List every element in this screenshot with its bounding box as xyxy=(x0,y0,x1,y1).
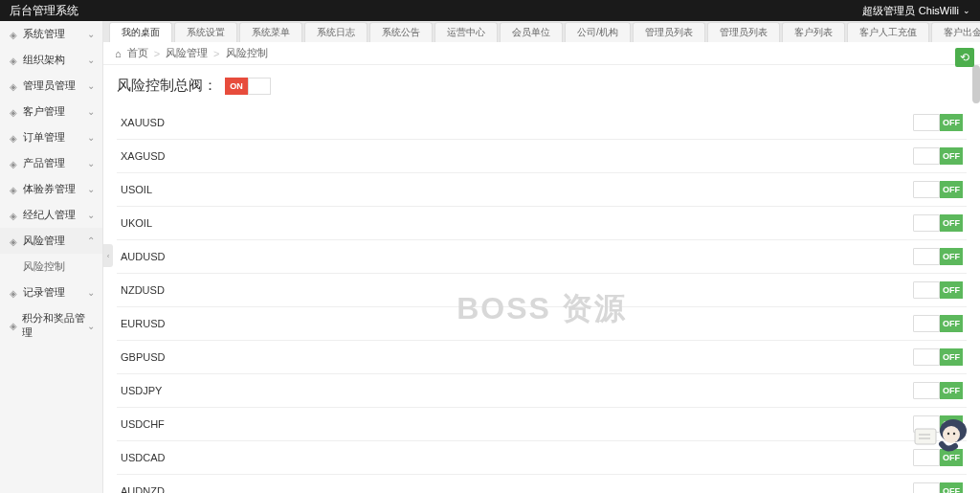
sidebar-item-3[interactable]: ◈客户管理⌄ xyxy=(0,99,102,124)
switch-off-label: OFF xyxy=(940,382,963,399)
row-switch[interactable]: OFF xyxy=(913,348,963,366)
tab-8[interactable]: 管理员列表 xyxy=(633,22,705,42)
symbol-row: XAGUSDOFF xyxy=(117,140,967,173)
content-area: BOSS 资源 风险控制总阀： ON XAUUSDOFFXAGUSDOFFUSO… xyxy=(103,65,980,493)
menu-icon: ◈ xyxy=(10,236,19,246)
breadcrumb-l1[interactable]: 风险管理 xyxy=(166,46,208,60)
sidebar-item-9[interactable]: ◈记录管理⌄ xyxy=(0,280,102,305)
tab-4[interactable]: 系统公告 xyxy=(369,22,433,42)
user-role: 超级管理员 xyxy=(862,4,915,18)
symbol-row: USDCADOFF xyxy=(117,441,967,475)
row-switch[interactable]: OFF xyxy=(913,114,963,131)
chevron-down-icon: ⌄ xyxy=(87,184,95,194)
symbol-row: UKOILOFF xyxy=(117,207,967,240)
symbol-row: USDJPYOFF xyxy=(117,374,967,408)
symbol-name: AUDUSD xyxy=(121,251,165,262)
master-switch-row: 风险控制总阀： ON xyxy=(117,77,967,95)
symbol-row: USDCHFOFF xyxy=(117,408,967,441)
user-name: ChisWilli xyxy=(919,5,959,16)
sidebar-item-1[interactable]: ◈组织架构⌄ xyxy=(0,47,102,73)
tab-6[interactable]: 会员单位 xyxy=(500,22,563,42)
symbol-name: GBPUSD xyxy=(121,351,165,363)
sidebar-item-0[interactable]: ◈系统管理⌄ xyxy=(0,21,102,47)
tab-2[interactable]: 系统菜单 xyxy=(239,22,302,42)
row-switch[interactable]: OFF xyxy=(913,147,963,165)
sidebar-item-6[interactable]: ◈体验券管理⌄ xyxy=(0,176,102,202)
row-switch[interactable]: OFF xyxy=(913,248,963,265)
refresh-button[interactable]: ⟲ xyxy=(955,48,974,67)
tab-scroll-controls: ‹ › xyxy=(948,25,957,35)
sidebar-item-label: 客户管理 xyxy=(23,104,65,119)
menu-icon: ◈ xyxy=(10,56,19,65)
row-switch[interactable]: OFF xyxy=(913,415,963,433)
sidebar-item-label: 风险管理 xyxy=(23,234,65,248)
chevron-down-icon: ⌄ xyxy=(87,132,95,143)
tab-10[interactable]: 客户列表 xyxy=(782,22,845,42)
sidebar-item-label: 经纪人管理 xyxy=(23,208,76,222)
sidebar-item-label: 体验券管理 xyxy=(23,182,76,196)
tab-scroll-right-icon[interactable]: › xyxy=(954,25,957,35)
home-icon: ⌂ xyxy=(115,48,122,59)
tab-11[interactable]: 客户人工充值 xyxy=(847,22,929,42)
chevron-down-icon: ⌄ xyxy=(87,158,95,168)
sidebar-collapse-handle[interactable]: ‹ xyxy=(103,244,113,267)
sidebar-item-4[interactable]: ◈订单管理⌄ xyxy=(0,124,102,150)
symbol-row: USOILOFF xyxy=(117,173,967,207)
main-panel: 我的桌面系统设置系统菜单系统日志系统公告运营中心会员单位公司/机构管理员列表管理… xyxy=(103,21,980,493)
sidebar-item-7[interactable]: ◈经纪人管理⌄ xyxy=(0,202,102,228)
symbol-name: UKOIL xyxy=(121,217,152,229)
sidebar-subitem[interactable]: 风险控制 xyxy=(0,254,102,280)
sidebar-item-label: 管理员管理 xyxy=(23,78,76,93)
tab-3[interactable]: 系统日志 xyxy=(304,22,368,42)
tab-7[interactable]: 公司/机构 xyxy=(565,22,631,42)
chevron-up-icon: ⌃ xyxy=(87,235,95,246)
menu-icon: ◈ xyxy=(10,107,19,117)
row-switch[interactable]: OFF xyxy=(913,382,963,399)
symbol-row: GBPUSDOFF xyxy=(117,341,967,374)
sidebar-item-label: 产品管理 xyxy=(23,156,65,170)
sidebar-item-5[interactable]: ◈产品管理⌄ xyxy=(0,150,102,176)
symbol-row: XAUUSDOFF xyxy=(117,106,967,140)
tab-0[interactable]: 我的桌面 xyxy=(109,22,172,42)
sidebar-item-10[interactable]: ◈积分和奖品管理⌄ xyxy=(0,305,102,346)
row-switch[interactable]: OFF xyxy=(913,181,963,198)
sidebar-item-label: 组织架构 xyxy=(23,53,65,67)
row-switch[interactable]: OFF xyxy=(913,482,963,493)
symbol-row: AUDNZDOFF xyxy=(117,475,967,493)
menu-icon: ◈ xyxy=(10,321,18,330)
chevron-down-icon: ⌄ xyxy=(87,210,95,220)
switch-off-label: OFF xyxy=(940,482,963,493)
switch-off-label: OFF xyxy=(940,181,963,198)
chevron-down-icon: ⌄ xyxy=(963,6,970,15)
row-switch[interactable]: OFF xyxy=(913,214,963,232)
symbol-name: USDJPY xyxy=(121,385,162,396)
symbol-name: NZDUSD xyxy=(121,284,165,296)
switch-off-label: OFF xyxy=(940,415,963,433)
chevron-down-icon: ⌄ xyxy=(87,80,95,91)
symbol-row: AUDUSDOFF xyxy=(117,240,967,274)
row-switch[interactable]: OFF xyxy=(913,449,963,466)
tab-5[interactable]: 运营中心 xyxy=(434,22,498,42)
symbol-name: USOIL xyxy=(121,184,152,195)
row-switch[interactable]: OFF xyxy=(913,315,963,332)
sidebar-item-2[interactable]: ◈管理员管理⌄ xyxy=(0,73,102,99)
breadcrumb-home[interactable]: 首页 xyxy=(127,46,148,60)
switch-on-label: ON xyxy=(225,78,248,95)
sidebar-item-label: 系统管理 xyxy=(23,27,65,41)
master-switch[interactable]: ON xyxy=(225,78,271,95)
sidebar-item-8[interactable]: ◈风险管理⌃ xyxy=(0,228,102,254)
user-menu[interactable]: 超级管理员 ChisWilli ⌄ xyxy=(862,4,970,18)
chevron-down-icon: ⌄ xyxy=(87,321,95,331)
master-switch-label: 风险控制总阀： xyxy=(117,77,217,95)
menu-icon: ◈ xyxy=(10,30,19,39)
symbol-row: EURUSDOFF xyxy=(117,307,967,341)
tab-9[interactable]: 管理员列表 xyxy=(707,22,780,42)
tab-scroll-left-icon[interactable]: ‹ xyxy=(948,25,951,35)
chevron-down-icon: ⌄ xyxy=(87,55,95,65)
menu-icon: ◈ xyxy=(10,211,19,220)
tab-1[interactable]: 系统设置 xyxy=(174,22,237,42)
breadcrumb-l2: 风险控制 xyxy=(226,46,268,60)
menu-icon: ◈ xyxy=(10,133,19,143)
row-switch[interactable]: OFF xyxy=(913,281,963,299)
switch-off-label: OFF xyxy=(940,348,963,366)
